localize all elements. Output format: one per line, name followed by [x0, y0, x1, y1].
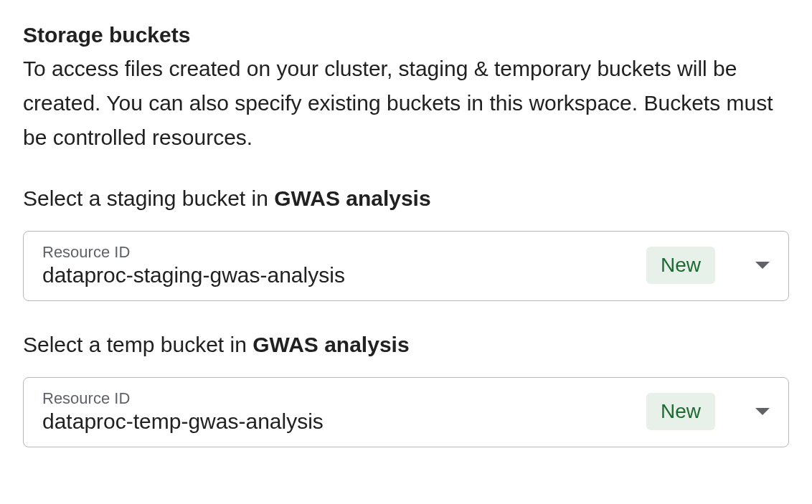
staging-bucket-select[interactable]: Resource ID dataproc-staging-gwas-analys… — [23, 231, 789, 301]
temp-new-badge: New — [646, 393, 715, 430]
temp-label-prefix: Select a temp bucket in — [23, 333, 252, 356]
staging-resource-id-value: dataproc-staging-gwas-analysis — [42, 263, 646, 287]
temp-resource-id-value: dataproc-temp-gwas-analysis — [42, 409, 646, 434]
chevron-down-icon — [755, 262, 770, 269]
chevron-down-icon — [755, 408, 770, 415]
staging-new-badge: New — [646, 247, 715, 284]
temp-workspace-name: GWAS analysis — [252, 333, 409, 356]
staging-workspace-name: GWAS analysis — [274, 186, 430, 210]
section-description: To access files created on your cluster,… — [23, 52, 789, 155]
temp-bucket-select[interactable]: Resource ID dataproc-temp-gwas-analysis … — [23, 377, 789, 447]
staging-label-prefix: Select a staging bucket in — [23, 186, 274, 210]
staging-bucket-label: Select a staging bucket in GWAS analysis — [23, 186, 789, 211]
temp-resource-id-label: Resource ID — [42, 389, 646, 408]
staging-select-content: Resource ID dataproc-staging-gwas-analys… — [42, 243, 646, 287]
temp-select-content: Resource ID dataproc-temp-gwas-analysis — [42, 389, 646, 434]
temp-bucket-label: Select a temp bucket in GWAS analysis — [23, 333, 789, 357]
section-title: Storage buckets — [23, 23, 789, 47]
staging-resource-id-label: Resource ID — [42, 243, 646, 262]
storage-buckets-section: Storage buckets To access files created … — [23, 23, 789, 447]
